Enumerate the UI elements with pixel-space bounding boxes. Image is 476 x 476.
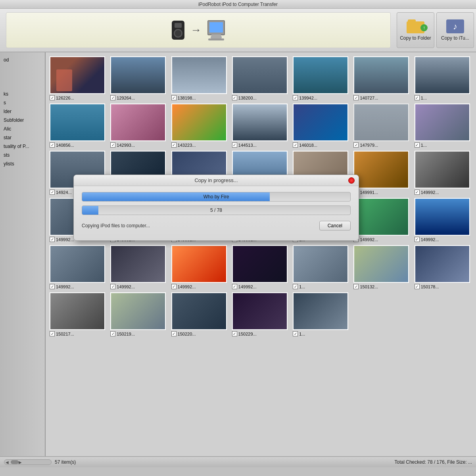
- thumbnail[interactable]: [171, 56, 227, 94]
- sidebar-item-ylists[interactable]: ylists: [2, 160, 43, 167]
- image-label: 149992...: [415, 237, 439, 242]
- sidebar-item-alic[interactable]: Alic: [2, 125, 43, 132]
- image-checkbox[interactable]: [110, 95, 115, 100]
- thumbnail[interactable]: [110, 56, 166, 94]
- thumbnail[interactable]: [232, 56, 288, 94]
- sidebar-item-subfolder[interactable]: Subfolder: [2, 117, 43, 124]
- sidebar-item-od[interactable]: od: [2, 56, 43, 63]
- image-checkbox[interactable]: [353, 95, 359, 100]
- thumbnail[interactable]: [50, 292, 105, 330]
- thumbnail[interactable]: [415, 104, 470, 141]
- thumbnail[interactable]: [110, 292, 166, 330]
- thumbnail[interactable]: [415, 198, 470, 236]
- image-grid-container[interactable]: 126226... 129264... 138198...: [46, 52, 476, 456]
- list-item: 150217...: [50, 292, 107, 336]
- scroll-control[interactable]: ◀ ▶: [4, 459, 52, 465]
- thumbnail[interactable]: [415, 56, 470, 94]
- list-item: 142993...: [110, 104, 168, 148]
- image-checkbox[interactable]: [50, 331, 55, 336]
- thumbnail[interactable]: [415, 245, 470, 283]
- list-item: 144513...: [232, 104, 290, 148]
- thumbnail[interactable]: [293, 292, 348, 330]
- computer-icon-wrapper: [207, 20, 225, 40]
- image-checkbox[interactable]: [415, 142, 420, 148]
- sidebar-item-lder[interactable]: lder: [2, 108, 43, 115]
- image-checkbox[interactable]: [110, 142, 115, 148]
- list-item: 149992...: [171, 245, 229, 289]
- scroll-right-arrow[interactable]: ▶: [19, 460, 22, 464]
- image-checkbox[interactable]: [415, 95, 420, 100]
- sidebar-item-ks[interactable]: ks: [2, 90, 43, 98]
- image-label: 149992...: [415, 190, 439, 195]
- thumbnail[interactable]: [232, 292, 288, 330]
- image-checkbox[interactable]: [171, 331, 177, 336]
- thumbnail[interactable]: [232, 245, 288, 283]
- thumbnail[interactable]: [232, 104, 288, 141]
- cancel-button[interactable]: Cancel: [319, 221, 351, 230]
- thumbnail[interactable]: [293, 104, 348, 141]
- sidebar-item-tuality[interactable]: tuality of P...: [2, 143, 43, 150]
- sidebar-item-s[interactable]: s: [2, 99, 43, 106]
- image-checkbox[interactable]: [415, 190, 420, 195]
- image-checkbox[interactable]: [293, 331, 298, 336]
- image-checkbox[interactable]: [50, 95, 55, 100]
- track-label: Who by Fire: [203, 194, 229, 200]
- image-checkbox[interactable]: [415, 237, 420, 242]
- list-item: 1...: [415, 104, 472, 148]
- thumbnail[interactable]: [110, 245, 166, 283]
- thumbnail[interactable]: [415, 151, 470, 188]
- image-label: 1...: [415, 142, 427, 148]
- image-checkbox[interactable]: [232, 95, 237, 100]
- title-bar: iPodRobot iPod to Computer Transfer: [0, 0, 476, 9]
- folder-arrow-icon: ↑: [420, 24, 428, 31]
- image-label: 142993...: [110, 142, 135, 148]
- list-item: 149992...: [415, 198, 472, 242]
- transfer-arrow-icon: →: [190, 24, 202, 36]
- image-checkbox[interactable]: [110, 284, 115, 289]
- sidebar-item-sts[interactable]: sts: [2, 152, 43, 159]
- scroll-thumb[interactable]: [11, 460, 19, 464]
- thumbnail[interactable]: [50, 104, 105, 141]
- thumbnail[interactable]: [353, 151, 409, 188]
- thumbnail[interactable]: [171, 104, 227, 141]
- thumbnail[interactable]: [293, 56, 348, 94]
- image-checkbox[interactable]: [110, 331, 115, 336]
- image-label: 146018...: [293, 142, 317, 148]
- image-label: 149992...: [110, 284, 135, 289]
- image-checkbox[interactable]: [293, 95, 298, 100]
- image-checkbox[interactable]: [171, 284, 177, 289]
- image-checkbox[interactable]: [171, 95, 177, 100]
- image-checkbox[interactable]: [50, 237, 55, 242]
- sidebar-item-star[interactable]: star: [2, 134, 43, 141]
- transfer-banner: →: [6, 12, 391, 48]
- thumbnail[interactable]: [171, 245, 227, 283]
- image-checkbox[interactable]: [50, 142, 55, 148]
- thumbnail[interactable]: [171, 292, 227, 330]
- thumbnail[interactable]: [353, 104, 409, 141]
- overall-progress-fill: [82, 206, 98, 215]
- thumbnail[interactable]: [110, 104, 166, 141]
- thumbnail[interactable]: [353, 245, 409, 283]
- image-checkbox[interactable]: [171, 142, 177, 148]
- image-checkbox[interactable]: [50, 284, 55, 289]
- thumbnail[interactable]: [50, 56, 105, 94]
- thumbnail[interactable]: [293, 245, 348, 283]
- image-checkbox[interactable]: [232, 142, 237, 148]
- image-checkbox[interactable]: [353, 142, 359, 148]
- image-checkbox[interactable]: [232, 284, 237, 289]
- scroll-left-arrow[interactable]: ◀: [6, 460, 9, 464]
- image-checkbox[interactable]: [353, 284, 359, 289]
- thumbnail[interactable]: [353, 198, 409, 236]
- computer-device-icon: [207, 20, 225, 35]
- thumbnail[interactable]: [50, 245, 105, 283]
- copy-to-folder-button[interactable]: ↑ Copy to Folder: [397, 12, 434, 48]
- image-checkbox[interactable]: [293, 284, 298, 289]
- dialog-close-button[interactable]: [348, 177, 355, 184]
- copy-to-itunes-button[interactable]: ♪ Copy to iTu...: [436, 12, 474, 48]
- image-checkbox[interactable]: [232, 331, 237, 336]
- image-checkbox[interactable]: [50, 190, 55, 195]
- image-checkbox[interactable]: [415, 284, 420, 289]
- thumbnail[interactable]: [353, 56, 409, 94]
- image-label: 149992...: [232, 284, 257, 289]
- image-checkbox[interactable]: [293, 142, 298, 148]
